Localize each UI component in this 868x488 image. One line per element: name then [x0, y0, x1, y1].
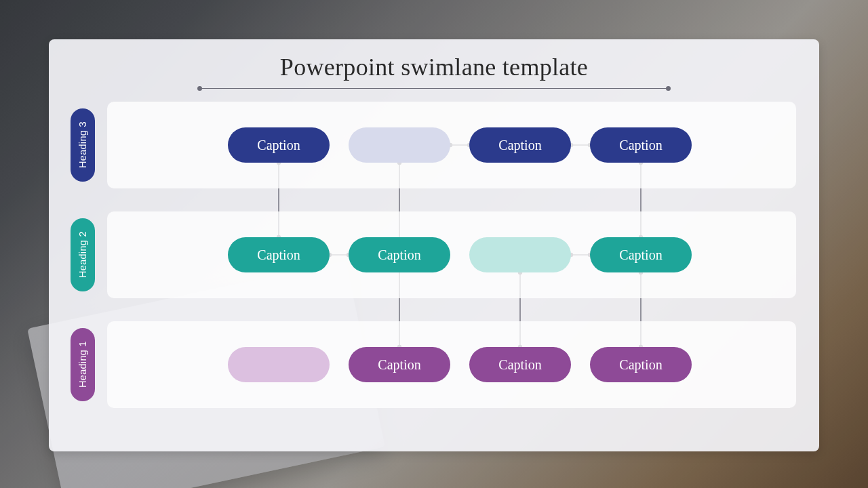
swimlane-pill: Caption	[349, 347, 450, 382]
swimlane-lane1	[107, 321, 796, 408]
swimlane-pill: Caption	[590, 237, 692, 272]
swimlane-pill: Caption	[590, 127, 692, 163]
swimlane-pill: Caption	[228, 127, 330, 163]
swimlane-pill	[349, 127, 450, 163]
swimlane-lane3	[107, 102, 796, 188]
swimlane-pill	[469, 237, 571, 272]
lane-header-lane1: Heading 1	[71, 328, 95, 401]
swimlane-pill: Caption	[469, 127, 571, 163]
lane-header-lane3: Heading 3	[71, 108, 95, 182]
slide-panel: Powerpoint swimlane template Heading 3He…	[49, 39, 819, 451]
swimlane-pill: Caption	[590, 347, 692, 382]
slide-title: Powerpoint swimlane template	[49, 53, 819, 81]
swimlane-pill: Caption	[469, 347, 571, 382]
swimlane-pill	[228, 347, 330, 382]
title-underline	[200, 88, 668, 89]
lane-header-lane2: Heading 2	[71, 218, 95, 291]
swimlane-lane2	[107, 211, 796, 298]
swimlane-pill: Caption	[349, 237, 450, 272]
swimlane-pill: Caption	[228, 237, 330, 272]
